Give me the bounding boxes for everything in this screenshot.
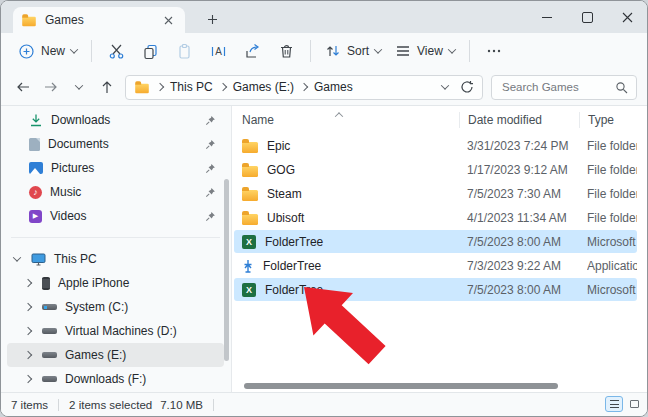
- more-options-button[interactable]: [477, 37, 511, 65]
- sidebar-item-documents[interactable]: Documents: [7, 132, 224, 156]
- refresh-icon[interactable]: [460, 80, 474, 94]
- search-box[interactable]: [491, 75, 637, 100]
- sidebar-item-label: Downloads: [51, 113, 197, 127]
- address-dropdown-chevron-icon[interactable]: [441, 81, 449, 89]
- breadcrumb-games[interactable]: Games: [314, 80, 353, 94]
- sidebar-item-music[interactable]: Music: [7, 180, 224, 204]
- pin-icon: [205, 139, 216, 150]
- new-button[interactable]: New: [11, 37, 84, 65]
- new-circle-plus-icon: [18, 43, 35, 60]
- maximize-button[interactable]: [567, 1, 607, 33]
- paste-icon: [176, 43, 193, 60]
- file-date: 4/1/2023 11:34 AM: [467, 211, 587, 225]
- sidebar-item-virtual-machines-d[interactable]: Virtual Machines (D:): [7, 319, 224, 343]
- items-count: 7 items: [11, 399, 48, 411]
- file-name: Ubisoft: [267, 211, 304, 225]
- window-controls: [527, 1, 647, 33]
- file-row-epic[interactable]: Epic 3/31/2023 7:24 PM File folder: [234, 134, 637, 157]
- expand-chevron-icon[interactable]: [13, 253, 21, 261]
- file-row-steam[interactable]: Steam 7/5/2023 7:30 AM File folder: [234, 182, 637, 205]
- delete-button[interactable]: [269, 37, 303, 65]
- arrow-right-icon: [43, 79, 59, 95]
- sidebar-item-label: Virtual Machines (D:): [65, 324, 224, 338]
- sort-ascending-icon: [336, 107, 342, 121]
- close-button[interactable]: [607, 1, 647, 33]
- chevron-down-icon: [70, 45, 78, 53]
- horizontal-scrollbar[interactable]: [244, 383, 558, 389]
- copy-icon: [142, 43, 159, 60]
- file-row-gog[interactable]: GOG 1/17/2023 9:12 AM File folder: [234, 158, 637, 181]
- breadcrumb-this-pc[interactable]: This PC: [170, 80, 213, 94]
- pin-icon: [205, 115, 216, 126]
- view-button[interactable]: View: [388, 37, 462, 65]
- up-button[interactable]: [93, 74, 121, 100]
- rename-button[interactable]: A: [201, 37, 235, 65]
- sidebar-item-apple-iphone[interactable]: Apple iPhone: [7, 271, 224, 295]
- sidebar-item-games-e[interactable]: Games (E:): [7, 343, 224, 367]
- collapse-chevron-icon[interactable]: [24, 375, 32, 383]
- chevron-down-icon: [75, 81, 83, 89]
- collapse-chevron-icon[interactable]: [24, 279, 32, 287]
- pin-icon: [205, 211, 216, 222]
- new-tab-button[interactable]: [201, 9, 223, 29]
- title-bar: Games: [1, 1, 647, 33]
- share-button[interactable]: [235, 37, 269, 65]
- collapse-chevron-icon[interactable]: [24, 303, 32, 311]
- sidebar-item-downloads[interactable]: Downloads: [7, 108, 224, 132]
- close-icon: [164, 16, 173, 25]
- sidebar-item-videos[interactable]: Videos: [7, 204, 224, 228]
- large-icons-view-icon: [630, 400, 639, 408]
- tab-games[interactable]: Games: [13, 7, 185, 33]
- share-icon: [244, 43, 261, 60]
- file-row-foldertree-app[interactable]: FolderTree 7/3/2023 9:22 AM Application: [234, 254, 637, 277]
- search-icon: [615, 81, 628, 94]
- file-explorer-window: Games New: [0, 0, 648, 417]
- sidebar-item-this-pc[interactable]: This PC: [7, 247, 224, 271]
- collapse-chevron-icon[interactable]: [24, 351, 32, 359]
- navigation-bar: This PC Games (E:) Games: [1, 69, 647, 106]
- file-row-foldertree-csv[interactable]: FolderTree 7/5/2023 8:00 AM Microsoft Ex…: [234, 230, 637, 253]
- music-icon: [29, 186, 42, 199]
- file-row-ubisoft[interactable]: Ubisoft 4/1/2023 11:34 AM File folder: [234, 206, 637, 229]
- pin-icon: [205, 187, 216, 198]
- sidebar-item-label: Music: [50, 185, 197, 199]
- collapse-chevron-icon[interactable]: [24, 327, 32, 335]
- toolbar-divider: [310, 40, 311, 62]
- forward-button[interactable]: [37, 74, 65, 100]
- chevron-down-icon: [448, 45, 456, 53]
- tab-close-button[interactable]: [159, 11, 177, 29]
- sidebar-scrollbar[interactable]: [224, 179, 229, 361]
- large-icons-view-button[interactable]: [625, 396, 643, 412]
- column-header-date-modified[interactable]: Date modified: [459, 112, 579, 128]
- sidebar-item-downloads-f[interactable]: Downloads (F:): [7, 367, 224, 391]
- column-header-type[interactable]: Type: [579, 112, 637, 128]
- search-input[interactable]: [500, 80, 615, 94]
- minimize-button[interactable]: [527, 1, 567, 33]
- back-button[interactable]: [9, 74, 37, 100]
- address-bar[interactable]: This PC Games (E:) Games: [125, 75, 483, 100]
- file-row-foldertree-xlsx[interactable]: FolderTree 7/5/2023 8:00 AM Microsoft Ex…: [234, 278, 637, 301]
- file-name: GOG: [267, 163, 295, 177]
- sidebar-item-pictures[interactable]: Pictures: [7, 156, 224, 180]
- file-type: Microsoft Excel W: [587, 283, 637, 297]
- sort-button[interactable]: Sort: [318, 37, 388, 65]
- recent-locations-button[interactable]: [65, 74, 93, 100]
- toolbar-divider: [91, 40, 92, 62]
- sidebar-item-label: Documents: [48, 137, 197, 151]
- breadcrumb-chevron-icon: [218, 83, 226, 91]
- downloads-icon: [29, 113, 43, 127]
- sidebar-item-system-c[interactable]: System (C:): [7, 295, 224, 319]
- paste-button[interactable]: [167, 37, 201, 65]
- breadcrumb-chevron-icon: [300, 83, 308, 91]
- copy-button[interactable]: [133, 37, 167, 65]
- system-drive-icon: [42, 304, 57, 310]
- file-type: Microsoft Excel C: [587, 235, 637, 249]
- column-header-name[interactable]: Name: [242, 113, 467, 127]
- sidebar-item-label: Downloads (F:): [65, 372, 224, 386]
- folder-icon: [242, 214, 258, 225]
- details-view-button[interactable]: [605, 396, 623, 412]
- breadcrumb-games-e[interactable]: Games (E:): [233, 80, 294, 94]
- sidebar-item-label: Videos: [50, 209, 197, 223]
- cut-button[interactable]: [99, 37, 133, 65]
- chevron-down-icon: [374, 45, 382, 53]
